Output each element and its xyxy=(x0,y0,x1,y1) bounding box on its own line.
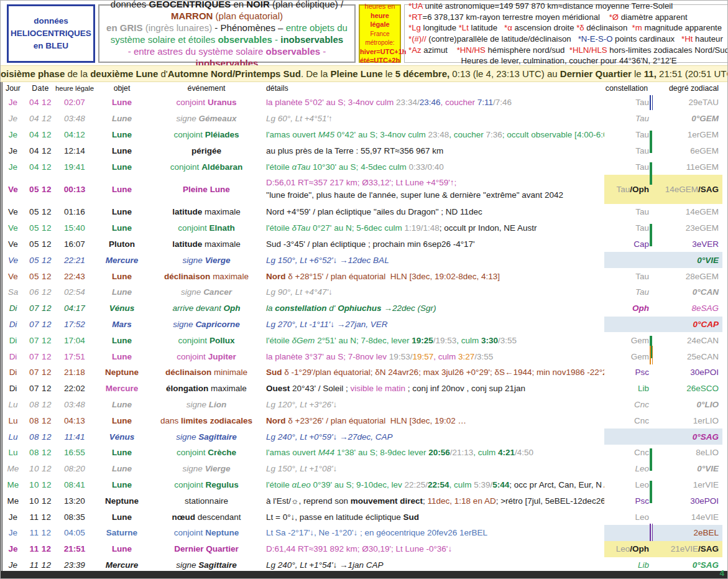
cell-heure: 02:54 xyxy=(57,284,92,300)
cell-jour: Ve xyxy=(2,204,24,220)
table-row: Ve05 1200:13LunePleine LuneD:56,01 RT≈35… xyxy=(2,175,727,204)
table-row: Ve05 1201:16Lunelatitude maximaleNord +4… xyxy=(2,204,727,220)
cell-objet: Vénus xyxy=(92,428,152,445)
cell-degre: 29eTAU xyxy=(654,95,722,111)
cell-details: l'étoile αTau 10°30' au S; 4-5dec culm 0… xyxy=(261,159,604,175)
cell-degre: 28eGEM xyxy=(654,268,722,284)
cell-marker xyxy=(649,509,654,525)
cell-heure: 03:48 xyxy=(57,397,92,413)
cell-marker xyxy=(649,95,654,111)
cell-details: D:61,44 RT≈391 892 km; Ø30,19'; Lt Lune … xyxy=(261,541,604,557)
cell-date: 05 12 xyxy=(24,268,57,284)
cell-evenement: signe Gémeaux xyxy=(152,111,261,127)
cell-degre: 0°SAG xyxy=(654,557,722,571)
legend-line: Heures de lever, culmination, coucher po… xyxy=(408,55,728,67)
cell-evenement: signe Sagittaire xyxy=(152,428,261,445)
cell-degre: 30ePOI xyxy=(654,364,722,381)
hours-line: heure légale xyxy=(360,11,400,29)
cell-details: Lg 120°, Lt +3°26'↓ xyxy=(261,397,604,413)
cell-date: 05 12 xyxy=(24,220,57,236)
cell-marker xyxy=(649,317,654,333)
cell-jour: Di xyxy=(2,300,24,317)
table-row: Je11 1208:35Lunenœud descendantLt = 0°↓,… xyxy=(2,509,727,525)
cell-jour: Je xyxy=(2,159,24,175)
cell-constellation: Leo xyxy=(604,509,649,525)
cell-date: 08 12 xyxy=(24,412,57,428)
cell-heure: 22:21 xyxy=(57,252,92,268)
table-row: Lu08 1203:48Lunesigne LionLg 120°, Lt +3… xyxy=(2,397,727,413)
col-degre-zodiacal: degré zodiacal xyxy=(654,84,722,93)
cell-jour: Lu xyxy=(2,397,24,413)
cell-marker xyxy=(649,252,654,268)
cell-jour: Je xyxy=(2,541,24,557)
cell-evenement: conjoint Aldébaran xyxy=(152,159,261,175)
cell-jour: Di xyxy=(2,332,24,348)
cell-objet: Mercure xyxy=(92,381,152,397)
cell-objet: Saturne xyxy=(92,525,152,541)
table-row: Di07 1217:51Luneconjoint Jupiterla planè… xyxy=(2,348,727,364)
cell-jour: Sa xyxy=(2,284,24,300)
cell-details: au plus près de la Terre : 55,97 RT≈356 … xyxy=(261,142,604,159)
cell-jour: Di xyxy=(2,381,24,397)
cell-evenement: dans limites zodiacales xyxy=(152,412,261,428)
table-row: Je04 1202:07Luneconjoint Uranusla planèt… xyxy=(2,95,727,111)
legend-line: *Lg longitude *Lt latitude *α ascension … xyxy=(408,22,728,34)
cell-date: 11 12 xyxy=(24,557,57,571)
cell-objet: Vénus xyxy=(92,300,152,317)
cell-degre: 25eCAN xyxy=(654,348,722,364)
cell-details: Lt Sa -2°17'↓, Ne -1°20'↓ ; en géocentri… xyxy=(261,525,604,541)
abbreviations-legend-box: *UA unité astronomique=149 597 870 km≈di… xyxy=(404,4,728,63)
cell-jour: Ve xyxy=(2,175,24,204)
cell-objet: Lune xyxy=(92,348,152,364)
cell-heure: 08:20 xyxy=(57,461,92,477)
cell-evenement: conjoint Jupiter xyxy=(152,348,261,364)
cell-marker xyxy=(649,300,654,317)
col-date: Date xyxy=(24,84,57,93)
cell-details: D:56,01 RT≈357 217 km; Ø33,12'; Lt Lune … xyxy=(261,175,604,204)
cell-evenement: périgée xyxy=(152,142,261,159)
cell-degre: 8eLIO xyxy=(654,445,722,461)
cell-date: 07 12 xyxy=(24,348,57,364)
cell-date: 11 12 xyxy=(24,525,57,541)
cell-heure: 17:52 xyxy=(57,317,92,333)
cell-degre: 0°SAG xyxy=(654,428,722,445)
hours-line: heures en xyxy=(360,2,400,11)
cell-evenement: conjoint Pléiades xyxy=(152,127,261,143)
cell-heure: 13:20 xyxy=(57,493,92,509)
table-row: Di07 1204:17Vénusarrive devant Ophla con… xyxy=(2,300,727,317)
cell-heure: 16:07 xyxy=(57,236,92,252)
col-constellation: constellation xyxy=(604,84,649,93)
column-header-row: Jour Date heure légale objet événement d… xyxy=(2,82,727,95)
cell-date: 08 12 xyxy=(24,445,57,461)
cell-jour: Je xyxy=(2,509,24,525)
cell-constellation: Cnc xyxy=(604,445,649,461)
cell-constellation: Oph xyxy=(604,300,649,317)
cell-date: 04 12 xyxy=(24,127,57,143)
cell-evenement: conjoint Crèche xyxy=(152,445,261,461)
cell-degre: 14eGEM/SAG xyxy=(654,175,722,204)
cell-objet: Lune xyxy=(92,509,152,525)
cell-constellation: Psc xyxy=(604,493,649,509)
page-number: 4 xyxy=(719,568,724,578)
cell-constellation: Tau xyxy=(604,204,649,220)
cell-constellation xyxy=(604,317,649,333)
cell-constellation: Cap xyxy=(604,236,649,252)
legal-hours-box: heures enheure légaleFrancemétropole:hiv… xyxy=(359,4,401,63)
cell-objet: Lune xyxy=(92,268,152,284)
cell-heure: 00:13 xyxy=(57,175,92,204)
col-objet: objet xyxy=(92,84,152,93)
table-row: Sa06 1202:54Lunesigne CancerLg 90°, Lt +… xyxy=(2,284,727,300)
cell-degre: 1erLIO xyxy=(654,412,722,428)
cell-details: Lg 90°, Lt +4°47'↓ xyxy=(261,284,604,300)
cell-degre: 14eVIE xyxy=(654,509,722,525)
page-header: donnéesHELIOCENTRIQUESen BLEU données GÉ… xyxy=(1,1,727,65)
cell-evenement: conjoint Elnath xyxy=(152,220,261,236)
cell-constellation: Gem xyxy=(604,348,649,364)
parallel-marker xyxy=(650,524,653,541)
table-row: Di07 1222:02Mercureélongation maximaleOu… xyxy=(2,381,727,397)
cell-heure: 17:51 xyxy=(57,348,92,364)
cell-date: 11 12 xyxy=(24,509,57,525)
cell-heure: 04:13 xyxy=(57,412,92,428)
cell-jour: Di xyxy=(2,348,24,364)
col-details: détails xyxy=(261,84,604,93)
